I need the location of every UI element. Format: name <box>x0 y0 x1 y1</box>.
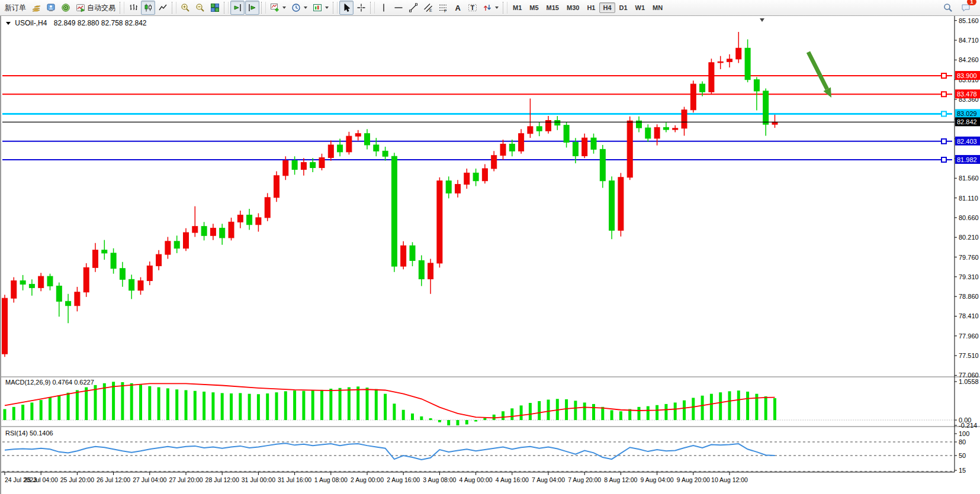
candle <box>555 121 560 125</box>
time-axis-label: 9 Aug 20:00 <box>677 476 710 483</box>
crosshair-button[interactable] <box>354 1 368 15</box>
candle <box>709 63 714 92</box>
candle <box>83 267 89 292</box>
panel-splitter[interactable] <box>1 426 980 427</box>
timeframe-m5-button[interactable]: M5 <box>526 2 542 13</box>
period-clock-button[interactable] <box>289 1 310 15</box>
candle <box>410 246 415 260</box>
cursor-button[interactable] <box>339 1 354 15</box>
search-button[interactable] <box>941 1 955 15</box>
candle <box>29 284 34 288</box>
notifications-button[interactable]: 1 <box>959 1 973 15</box>
gold-bars-button[interactable] <box>29 1 43 15</box>
channel-button[interactable]: E <box>421 1 435 15</box>
candle <box>156 254 162 266</box>
candle <box>138 280 143 290</box>
svg-text:A: A <box>455 4 461 12</box>
trading-app-window: 新订单自动交易EFATM1M5M15M30H1H4D1W1MN1 85.1608… <box>0 0 980 494</box>
text-label-button[interactable]: T <box>465 1 480 15</box>
time-axis-label: 7 Aug 04:00 <box>532 476 565 483</box>
fibo-button[interactable]: F <box>436 1 450 15</box>
candle <box>482 169 487 181</box>
dropdown-caret-icon[interactable] <box>495 7 499 9</box>
vline-button[interactable] <box>377 1 391 15</box>
candle <box>573 143 578 156</box>
svg-text:T: T <box>471 4 475 11</box>
candle <box>437 181 442 263</box>
price-chart-canvas[interactable]: 85.16084.71084.26083.81083.36082.91082.4… <box>1 16 980 494</box>
chart-shift-button[interactable] <box>245 1 259 15</box>
new-order-button[interactable]: 新订单 <box>2 1 28 15</box>
timeframe-toolbar: M1M5M15M30H1H4D1W1MN <box>509 2 666 13</box>
toolbar-group: 新订单自动交易 <box>2 1 118 15</box>
price-axis-label: 80.660 <box>959 214 979 221</box>
bar-chart-button[interactable] <box>126 1 140 15</box>
time-axis-label: 25 Jul 04:00 <box>24 476 58 483</box>
autotrade-button[interactable]: 自动交易 <box>73 1 118 15</box>
timeframe-d1-button[interactable]: D1 <box>616 2 631 13</box>
text-a-button[interactable]: A <box>451 1 465 15</box>
candle <box>184 233 189 248</box>
price-axis-label: 81.560 <box>959 175 979 182</box>
price-axis-label: 84.710 <box>959 37 979 44</box>
template-button[interactable] <box>310 1 331 15</box>
candle <box>365 134 370 145</box>
add-indicator-button[interactable] <box>268 1 288 15</box>
level-handle[interactable] <box>942 111 946 116</box>
signals-button[interactable] <box>59 1 73 15</box>
time-axis-label: 2 Aug 00:00 <box>351 476 384 483</box>
timeframe-m1-button[interactable]: M1 <box>509 2 525 13</box>
candle <box>355 134 361 136</box>
profile-icon <box>46 3 56 12</box>
timeframe-w1-button[interactable]: W1 <box>632 2 649 13</box>
dropdown-caret-icon[interactable] <box>282 7 286 9</box>
timeframe-m30-button[interactable]: M30 <box>563 2 583 13</box>
zoom-in-button[interactable] <box>178 1 192 15</box>
toolbar-group <box>178 1 222 15</box>
dropdown-caret-icon[interactable] <box>304 7 307 9</box>
candle <box>102 250 107 253</box>
candle <box>2 298 8 354</box>
candle <box>401 246 406 266</box>
timeframe-mn-button[interactable]: MN <box>649 2 666 13</box>
timeframe-h4-button[interactable]: H4 <box>599 2 615 13</box>
candle <box>391 156 397 266</box>
panel-splitter[interactable] <box>1 376 980 377</box>
candle <box>165 241 171 254</box>
text-a-icon: A <box>453 3 462 12</box>
level-handle[interactable] <box>942 157 946 162</box>
profile-button[interactable] <box>44 1 58 15</box>
candle <box>654 127 660 138</box>
candle <box>383 151 388 156</box>
hline-button[interactable] <box>391 1 406 15</box>
chart-area[interactable]: 85.16084.71084.26083.81083.36082.91082.4… <box>0 16 980 494</box>
candle-chart-button[interactable] <box>141 1 155 15</box>
candle <box>111 253 116 269</box>
candle <box>338 145 343 152</box>
hline-icon <box>394 3 403 12</box>
price-axis-label: 79.310 <box>959 273 979 280</box>
tile-windows-button[interactable] <box>208 1 222 15</box>
line-chart-button[interactable] <box>156 1 170 15</box>
timeframe-h1-button[interactable]: H1 <box>583 2 599 13</box>
shapes-icon <box>483 3 492 12</box>
candle <box>237 215 243 222</box>
trend-arrow-annotation[interactable] <box>808 52 827 89</box>
time-axis-label: 27 Jul 20:00 <box>169 476 203 483</box>
candle <box>564 125 569 143</box>
time-axis-label: 25 Jul 20:00 <box>60 476 94 483</box>
zoom-out-button[interactable] <box>193 1 207 15</box>
shapes-button[interactable] <box>480 1 501 15</box>
time-axis-label: 7 Aug 20:00 <box>568 476 601 483</box>
level-handle[interactable] <box>942 139 946 144</box>
auto-scroll-button[interactable] <box>230 1 245 15</box>
level-handle[interactable] <box>942 92 946 96</box>
candle <box>192 227 198 233</box>
candle <box>419 260 424 279</box>
level-handle[interactable] <box>942 73 946 78</box>
trendline-button[interactable] <box>406 1 420 15</box>
dropdown-caret-icon[interactable] <box>325 7 329 9</box>
timeframe-m15-button[interactable]: M15 <box>543 2 563 13</box>
toolbar-group: EFAT <box>377 1 501 15</box>
candle <box>582 138 587 156</box>
